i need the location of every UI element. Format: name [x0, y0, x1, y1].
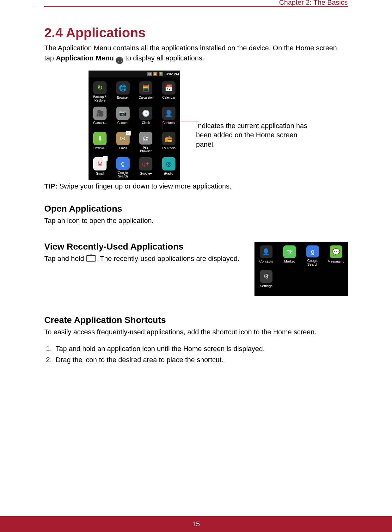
- shortcuts-heading: Create Application Shortcuts: [44, 315, 348, 325]
- recent-heading: View Recently-Used Applications: [44, 242, 245, 252]
- recent-app-cell: 🛍Market: [278, 244, 301, 268]
- recent-app-label: Contacts: [259, 259, 273, 263]
- app-cell: ✉Email: [112, 129, 135, 155]
- recent-app-icon: 👤: [260, 245, 273, 258]
- app-icon: ↻: [93, 81, 107, 94]
- home-badge-icon: [103, 156, 108, 161]
- app-icon: g+: [139, 157, 152, 170]
- app-label: FM Radio: [162, 146, 175, 150]
- app-cell: 📅Calendar: [157, 79, 181, 104]
- app-label: Calendar: [162, 96, 175, 99]
- app-icon: 📻: [162, 132, 175, 145]
- app-icon: 👤: [162, 107, 175, 120]
- clock-time: 3:02 PM: [166, 72, 179, 76]
- app-cell: 📻FM Radio: [157, 129, 181, 155]
- app-label: Downlo...: [93, 146, 107, 150]
- section-title: 2.4 Applications: [44, 25, 348, 40]
- recent-app-label: Settings: [260, 284, 273, 288]
- app-label: Camcor...: [93, 121, 107, 125]
- intro-text-c: to display all applications.: [123, 54, 204, 62]
- app-icon: 🕒: [139, 107, 152, 120]
- app-cell: gGoogle Search: [112, 155, 135, 180]
- app-icon: 🧮: [139, 81, 152, 95]
- app-cell: ◎iRadio: [157, 155, 181, 180]
- app-cell: 🕒Clock: [134, 104, 157, 129]
- app-icon: ✉: [116, 132, 130, 145]
- app-label: Contacts: [162, 121, 175, 125]
- app-cell: 🗂File Browser: [134, 129, 157, 155]
- chapter-label: Chapter 2: The Basics: [279, 0, 348, 7]
- app-label: Google+: [140, 172, 152, 175]
- app-label: Email: [119, 146, 127, 150]
- shortcuts-intro: To easily access frequently-used applica…: [44, 327, 348, 337]
- app-icon: ⬇: [93, 132, 107, 145]
- recent-text-b: . The recently-used applications are dis…: [96, 255, 239, 263]
- recent-app-icon: g: [306, 245, 319, 257]
- app-label: Camera: [117, 121, 129, 125]
- app-cell: ⬇Downlo...: [89, 129, 112, 155]
- status-icon: 📶: [153, 72, 157, 76]
- app-cell: ↻Backup & Restore: [89, 79, 112, 104]
- page-number: 15: [192, 520, 200, 528]
- shortcuts-steps: Tap and hold an application icon until t…: [44, 343, 348, 365]
- tip-label: TIP:: [44, 182, 58, 190]
- callout-text: Indicates the current application has be…: [196, 121, 310, 149]
- recent-app-label: Messaging: [328, 259, 345, 263]
- recent-app-label: Google Search: [307, 259, 318, 266]
- app-icon: g: [116, 157, 130, 170]
- recent-app-cell: 👤Contacts: [254, 244, 278, 268]
- app-icon: 🌐: [116, 81, 130, 95]
- app-cell: MGmail: [89, 155, 112, 180]
- recent-app-icon: ⚙: [260, 270, 273, 283]
- app-cell: 📷Camera: [112, 104, 135, 129]
- app-label: Backup & Restore: [93, 95, 107, 102]
- status-icon: sd: [147, 72, 152, 76]
- recent-app-label: Market: [284, 259, 295, 263]
- open-text: Tap an icon to open the application.: [44, 216, 348, 226]
- step-2: Drag the icon to the desired area to pla…: [54, 355, 348, 365]
- callout-connector: [180, 118, 199, 181]
- tip-line: TIP: Swipe your finger up or down to vie…: [44, 181, 348, 191]
- app-cell: g+Google+: [134, 155, 157, 180]
- app-label: Gmail: [96, 172, 104, 175]
- recent-text-a: Tap and hold: [44, 255, 86, 263]
- status-icon: 🔋: [159, 72, 163, 76]
- open-heading: Open Applications: [44, 204, 348, 214]
- app-icon: 📅: [162, 81, 175, 95]
- intro-text-bold: Application Menu: [56, 54, 114, 62]
- app-label: Clock: [142, 121, 150, 125]
- app-label: File Browser: [140, 146, 152, 153]
- page-footer: 15: [0, 516, 392, 532]
- app-icon: M: [93, 157, 107, 170]
- recent-apps-screenshot: 👤Contacts🛍MarketgGoogle Search💬Messaging…: [254, 242, 348, 296]
- app-icon: 🗂: [139, 132, 152, 145]
- home-button-icon: [86, 255, 96, 262]
- app-label: Calculator: [139, 96, 153, 99]
- phone-screenshot: sd 📶 🔋 3:02 PM ↻Backup & Restore🌐Browser…: [89, 71, 180, 180]
- app-label: iRadio: [164, 172, 173, 175]
- app-icon: 🎥: [93, 107, 107, 120]
- home-badge-icon: [126, 131, 131, 136]
- status-bar: sd 📶 🔋 3:02 PM: [89, 71, 180, 77]
- step-1: Tap and hold an application icon until t…: [54, 343, 348, 354]
- app-cell: 🌐Browser: [112, 79, 135, 104]
- app-cell: 🧮Calculator: [134, 79, 157, 104]
- recent-app-icon: 🛍: [283, 245, 296, 258]
- recent-app-cell: 💬Messaging: [324, 244, 348, 268]
- app-label: Google Search: [118, 171, 128, 178]
- intro-paragraph: The Application Menu contains all the ap…: [44, 43, 348, 64]
- tip-text: Swipe your finger up or down to view mor…: [58, 182, 231, 190]
- app-icon: ◎: [162, 157, 175, 170]
- recent-app-icon: 💬: [330, 245, 342, 258]
- recent-app-cell: gGoogle Search: [301, 244, 325, 268]
- app-label: Browser: [117, 96, 129, 99]
- app-cell: 👤Contacts: [157, 104, 181, 129]
- app-menu-icon: [116, 57, 123, 64]
- recent-app-cell: ⚙Settings: [254, 268, 278, 293]
- app-icon: 📷: [116, 107, 130, 120]
- app-cell: 🎥Camcor...: [89, 104, 112, 129]
- recent-text: Tap and hold . The recently-used applica…: [44, 254, 245, 264]
